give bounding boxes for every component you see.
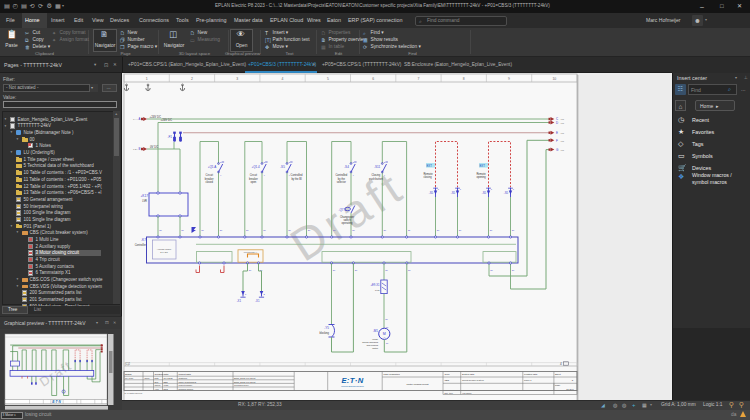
svg-text:2: 2 [191,77,193,81]
svg-text:(M05): (M05) [372,338,378,340]
svg-text:A: A [138,117,140,121]
svg-text:WSN: WSN [164,384,169,386]
svg-text:Circuit breaker system: Circuit breaker system [462,379,484,381]
svg-text:Project number: Project number [179,384,193,386]
svg-text:Location data: Location data [524,373,538,375]
svg-text:DAT rights reserved: DAT rights reserved [125,392,143,394]
svg-text:-Q7.3: -Q7.3 [338,208,346,212]
svg-text:breaker: breaker [205,177,214,181]
svg-text:10: 10 [552,77,556,81]
svg-text:Auxiliary supply: Auxiliary supply [157,248,172,250]
svg-text:1-A /: 1-A / [133,118,138,120]
svg-text:8: 8 [463,77,465,81]
svg-text:Name: Name [145,377,150,379]
svg-text:Page description: Page description [384,373,401,375]
svg-text:10.340: 10.340 [566,388,574,391]
svg-text:/13: /13 [561,122,565,125]
svg-text:switch: switch [343,218,351,222]
svg-text:3: 3 [236,77,238,81]
svg-text:TTTTTTTT-24kV: TTTTTTTT-24kV [234,384,250,386]
svg-text:closing: closing [424,175,433,179]
svg-text:EGE: EGE [164,388,169,390]
svg-text:Customer: Customer [179,377,188,379]
svg-text:CBS: CBS [445,379,450,381]
svg-text:-X1: -X1 [255,299,260,303]
svg-text:Changeover: Changeover [340,215,354,219]
svg-text:LVR: LVR [375,289,380,292]
svg-text:Eng.: Eng. [155,381,160,383]
svg-text:F: F [556,139,558,143]
svg-text:+Q1.A: +Q1.A [208,165,217,169]
svg-text:Project data: Project data [179,373,192,375]
svg-text:Page: Page [555,384,561,386]
svg-text:1-B /: 1-B / [133,148,138,150]
svg-text:Appr.: Appr. [155,388,160,390]
svg-text:Circuit: Circuit [206,173,214,177]
svg-text:spring charging: spring charging [362,341,378,343]
svg-text:System data: System data [462,373,475,375]
svg-text:+Q1.4: +Q1.4 [252,165,261,169]
svg-text:by the: by the [338,177,346,181]
svg-text:-S5: -S5 [280,165,285,169]
svg-text:-M1: -M1 [373,329,378,333]
svg-text:Drawing number: Drawing number [179,388,194,390]
svg-text:Creation data: Creation data [155,373,170,375]
svg-text:(C)2: (C)2 [125,362,131,366]
svg-text:-S4: -S4 [344,165,349,169]
svg-text:24V DC: 24V DC [160,251,168,253]
svg-text:Remote: Remote [424,172,434,176]
svg-text:13-1-2020: 13-1-2020 [164,377,174,379]
svg-text:and closing: and closing [366,344,378,346]
svg-text:blocking: blocking [319,331,329,335]
svg-text:EXT: EXT [427,164,433,168]
svg-text:Powering Business Worldwide: Powering Business Worldwide [341,385,364,387]
svg-text:opening: opening [477,175,487,179]
svg-text:Sheet: Sheet [555,373,561,375]
svg-text:EBE: EBE [164,381,169,383]
svg-text:E:T·N: E:T·N [341,376,363,385]
svg-text:Controlled: Controlled [335,173,347,177]
svg-text:breaker: breaker [249,177,258,181]
svg-text:EXT: EXT [480,164,486,168]
svg-text:Circuit: Circuit [250,173,258,177]
svg-text:operating: operating [342,221,353,225]
svg-text:-Y5: -Y5 [324,326,329,330]
svg-text:/13: /13 [561,149,565,152]
svg-text:4: 4 [282,77,284,81]
svg-text:-X1: -X1 [237,299,242,303]
svg-text:Rev. Date: Rev. Date [125,377,133,379]
svg-text:Remote: Remote [477,172,487,176]
svg-text:+E9-X1: +E9-X1 [370,283,380,287]
svg-text:LVR: LVR [142,199,147,203]
svg-text:1: 1 [146,77,148,81]
svg-text:closed: closed [206,180,214,184]
svg-text:0V DC: 0V DC [150,145,158,149]
svg-text:+24V DC: +24V DC [150,115,161,119]
svg-text:-S5: -S5 [451,191,456,195]
svg-text:Controlled: Controlled [291,173,303,177]
svg-text:Closing: Closing [371,173,380,177]
svg-text:-S5: -S5 [429,191,434,195]
svg-text:/13: /13 [561,132,565,135]
svg-text:-S11: -S11 [374,165,380,169]
svg-text:Dat. type: Dat. type [445,392,454,394]
svg-text:~: ~ [383,336,385,340]
svg-text:7: 7 [417,77,419,81]
svg-text:B: B [138,147,140,151]
svg-text:motor: motor [372,347,378,349]
svg-text:-S5: -S5 [482,191,487,195]
svg-text:Motor closing circuit: Motor closing circuit [406,383,428,386]
svg-text:Check.: Check. [155,384,162,386]
svg-text:PWM02 RELAY: PWM02 RELAY [244,251,258,253]
svg-text:-S5: -S5 [504,191,509,195]
svg-text:9: 9 [508,77,510,81]
svg-text:/13: /13 [561,140,565,143]
svg-text:+K17: +K17 [140,194,148,198]
svg-text:Controller: Controller [135,243,146,247]
svg-text:push button: push button [369,177,383,181]
svg-text:5: 5 [327,77,329,81]
svg-text:-F1: -F1 [168,135,173,139]
svg-text:+24V DC: +24V DC [161,118,172,122]
svg-text:Panel 1: Panel 1 [524,379,532,381]
svg-text:selector: selector [337,180,346,184]
